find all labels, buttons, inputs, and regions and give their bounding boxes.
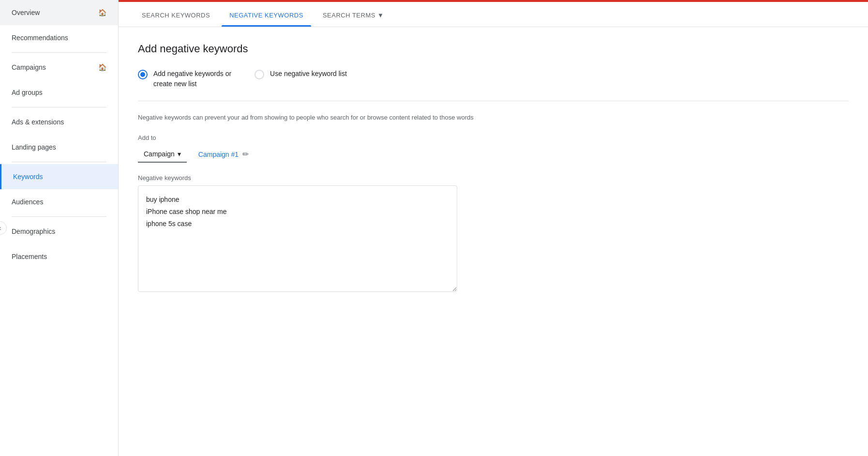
sidebar-item-placements[interactable]: Placements	[0, 244, 118, 269]
content-area: Add negative keywords Add negative keywo…	[119, 27, 868, 456]
section-divider	[138, 101, 849, 101]
radio-add-new-circle[interactable]	[138, 70, 148, 79]
radio-use-list-circle[interactable]	[254, 70, 264, 79]
campaigns-label: Campaigns	[12, 63, 46, 71]
page-title: Add negative keywords	[138, 43, 849, 55]
divider-1	[12, 52, 106, 53]
sidebar-item-recommendations[interactable]: Recommendations	[0, 25, 118, 50]
sidebar-item-campaigns[interactable]: Campaigns 🏠	[0, 55, 118, 80]
keywords-label: Keywords	[13, 173, 43, 181]
main-content: SEARCH KEYWORDS NEGATIVE KEYWORDS SEARCH…	[119, 0, 868, 456]
tab-search-terms[interactable]: SEARCH TERMS ▼	[315, 12, 391, 27]
sidebar-item-landing-pages[interactable]: Landing pages	[0, 135, 118, 160]
sidebar-item-demographics[interactable]: Demographics	[0, 219, 118, 244]
add-to-dropdown[interactable]: Campaign ▾	[138, 146, 187, 163]
radio-use-list-label: Use negative keyword list	[270, 69, 347, 79]
keywords-section-label: Negative keywords	[138, 174, 849, 182]
campaign-link[interactable]: Campaign #1 ✏	[198, 150, 249, 159]
dropdown-arrow-icon: ▾	[178, 150, 181, 158]
sidebar-item-audiences[interactable]: Audiences	[0, 189, 118, 214]
home-icon: 🏠	[98, 9, 106, 16]
tab-negative-keywords[interactable]: NEGATIVE KEYWORDS	[222, 12, 311, 27]
radio-add-new-label: Add negative keywords orcreate new list	[153, 69, 231, 89]
edit-icon[interactable]: ✏	[242, 150, 249, 159]
chevron-down-icon: ▼	[377, 12, 384, 19]
sidebar-item-overview[interactable]: Overview 🏠	[0, 0, 118, 25]
campaigns-icon: 🏠	[98, 63, 106, 71]
audiences-label: Audiences	[12, 198, 43, 206]
placements-label: Placements	[12, 253, 47, 260]
divider-4	[12, 216, 106, 217]
help-text: Negative keywords can prevent your ad fr…	[138, 113, 849, 122]
sidebar-item-ad-groups[interactable]: Ad groups	[0, 80, 118, 105]
divider-2	[12, 107, 106, 107]
demographics-label: Demographics	[12, 228, 55, 235]
divider-3	[12, 162, 106, 162]
recommendations-label: Recommendations	[12, 34, 68, 42]
sidebar-item-ads-extensions[interactable]: Ads & extensions	[0, 109, 118, 135]
ads-extensions-label: Ads & extensions	[12, 118, 64, 126]
campaign-link-text: Campaign #1	[198, 151, 239, 158]
negative-keywords-textarea[interactable]: buy iphone iPhone case shop near me ipho…	[138, 185, 457, 292]
sidebar-item-keywords[interactable]: Keywords	[0, 164, 118, 189]
dropdown-label: Campaign	[144, 150, 175, 158]
tab-search-keywords[interactable]: SEARCH KEYWORDS	[134, 12, 218, 27]
radio-group: Add negative keywords orcreate new list …	[138, 69, 849, 89]
tabs-bar: SEARCH KEYWORDS NEGATIVE KEYWORDS SEARCH…	[119, 0, 868, 27]
radio-option-use-list[interactable]: Use negative keyword list	[254, 69, 347, 79]
landing-pages-label: Landing pages	[12, 143, 56, 151]
add-to-label: Add to	[138, 134, 849, 141]
ad-groups-label: Ad groups	[12, 89, 43, 96]
add-to-row: Campaign ▾ Campaign #1 ✏	[138, 146, 849, 163]
sidebar: ‹ Overview 🏠 Recommendations Campaigns 🏠…	[0, 0, 119, 456]
overview-label: Overview	[12, 9, 40, 16]
radio-option-add-new[interactable]: Add negative keywords orcreate new list	[138, 69, 231, 89]
